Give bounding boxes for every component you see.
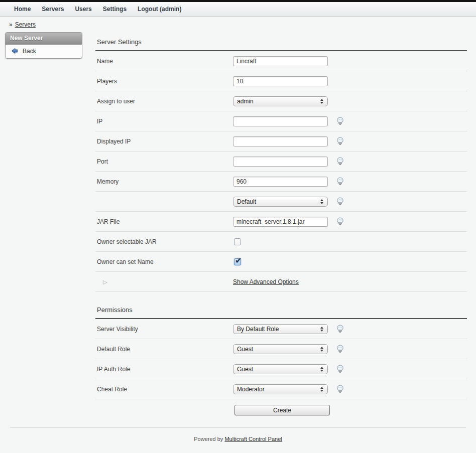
assign-to-user-select[interactable]: admin <box>233 96 328 106</box>
form-row-server-visibility: Server Visibility By Default Role <box>95 319 467 339</box>
permissions-heading: Permissions <box>95 292 467 319</box>
default-preset-select[interactable]: Default <box>233 197 328 207</box>
sidebar-title: New Server <box>6 33 82 45</box>
form-row-jar-file: JAR File <box>95 212 467 232</box>
form-row-port: Port <box>95 152 467 172</box>
server-settings-heading: Server Settings <box>95 28 467 51</box>
select-stepper-icon <box>320 347 324 352</box>
field-label: Players <box>95 78 233 85</box>
footer-text: Powered by <box>194 436 223 442</box>
field-label: IP Auth Role <box>95 366 233 373</box>
select-stepper-icon <box>320 99 324 104</box>
show-advanced-options-link[interactable]: Show Advanced Options <box>233 278 299 285</box>
nav-item-servers[interactable]: Servers <box>36 6 69 13</box>
form-row-memory: Memory <box>95 172 467 192</box>
help-bulb-icon[interactable] <box>336 385 344 393</box>
form-row-displayed-ip: Displayed IP <box>95 131 467 152</box>
form-row-default-role: Default Role Guest <box>95 339 467 359</box>
main-form-area: Server Settings Name Players Assign to u… <box>95 28 467 420</box>
breadcrumb-servers-link[interactable]: Servers <box>15 21 36 28</box>
field-label: Owner can set Name <box>95 258 233 265</box>
select-stepper-icon <box>320 367 324 372</box>
select-value: Default <box>237 198 320 205</box>
create-button-row: Create <box>95 399 467 420</box>
owner-can-set-name-checkbox[interactable] <box>234 258 241 265</box>
nav-item-settings[interactable]: Settings <box>97 6 132 13</box>
select-value: Moderator <box>237 386 320 393</box>
field-label: ▷ <box>95 278 233 285</box>
displayed-ip-input[interactable] <box>233 136 328 146</box>
select-value: admin <box>237 98 320 105</box>
multicraft-link[interactable]: Multicraft Control Panel <box>224 436 282 442</box>
default-role-select[interactable]: Guest <box>233 344 328 354</box>
form-row-assign-user: Assign to user admin <box>95 91 467 111</box>
form-row-default-preset: Default <box>95 192 467 212</box>
field-label: Server Visibility <box>95 326 233 333</box>
field-label: JAR File <box>95 218 233 225</box>
help-bulb-icon[interactable] <box>336 197 344 206</box>
help-bulb-icon[interactable] <box>336 177 344 186</box>
field-label: Name <box>95 58 233 65</box>
back-button[interactable]: Back <box>6 45 82 58</box>
field-label: Cheat Role <box>95 386 233 393</box>
form-row-owner-can-set-name: Owner can set Name <box>95 252 467 272</box>
help-bulb-icon[interactable] <box>336 157 344 166</box>
back-label: Back <box>23 48 36 55</box>
cheat-role-select[interactable]: Moderator <box>233 384 328 394</box>
players-input[interactable] <box>233 76 328 86</box>
form-row-advanced-options: ▷ Show Advanced Options <box>95 272 467 292</box>
help-bulb-icon[interactable] <box>336 345 344 353</box>
form-row-players: Players <box>95 71 467 91</box>
main-nav: Home Servers Users Settings Logout (admi… <box>0 2 476 17</box>
nav-item-home[interactable]: Home <box>9 6 36 13</box>
field-label: Displayed IP <box>95 138 233 145</box>
nav-item-users[interactable]: Users <box>69 6 97 13</box>
select-stepper-icon <box>320 327 324 332</box>
select-stepper-icon <box>320 199 324 204</box>
help-bulb-icon[interactable] <box>336 365 344 373</box>
breadcrumb: »Servers <box>0 17 476 28</box>
field-label: IP <box>95 118 233 125</box>
form-row-cheat-role: Cheat Role Moderator <box>95 379 467 399</box>
owner-selectable-jar-checkbox[interactable] <box>234 238 241 245</box>
sidebar-new-server-box: New Server Back <box>5 32 82 59</box>
select-value: Guest <box>237 346 320 353</box>
create-button[interactable]: Create <box>234 405 330 415</box>
jar-file-input[interactable] <box>233 217 328 227</box>
form-row-ip-auth-role: IP Auth Role Guest <box>95 359 467 379</box>
field-label: Assign to user <box>95 98 233 105</box>
disclosure-triangle-icon[interactable]: ▷ <box>103 279 107 285</box>
form-row-ip: IP <box>95 111 467 131</box>
field-label: Default Role <box>95 346 233 353</box>
help-bulb-icon[interactable] <box>336 137 344 145</box>
port-input[interactable] <box>233 157 328 167</box>
name-input[interactable] <box>233 56 328 66</box>
back-arrow-icon <box>10 47 19 55</box>
help-bulb-icon[interactable] <box>336 217 344 226</box>
select-stepper-icon <box>320 387 324 392</box>
field-label: Owner selectable JAR <box>95 238 233 245</box>
memory-input[interactable] <box>233 177 328 187</box>
nav-item-logout[interactable]: Logout (admin) <box>132 6 187 13</box>
help-bulb-icon[interactable] <box>336 325 344 333</box>
server-visibility-select[interactable]: By Default Role <box>233 324 328 334</box>
page-footer: Powered by Multicraft Control Panel <box>10 427 466 442</box>
select-value: Guest <box>237 366 320 373</box>
breadcrumb-arrow: » <box>9 21 13 28</box>
form-row-owner-selectable-jar: Owner selectable JAR <box>95 232 467 252</box>
select-value: By Default Role <box>237 326 320 333</box>
form-row-name: Name <box>95 51 467 71</box>
field-label: Memory <box>95 178 233 185</box>
ip-auth-role-select[interactable]: Guest <box>233 364 328 374</box>
ip-input[interactable] <box>233 116 328 126</box>
help-bulb-icon[interactable] <box>336 117 344 125</box>
field-label: Port <box>95 158 233 165</box>
